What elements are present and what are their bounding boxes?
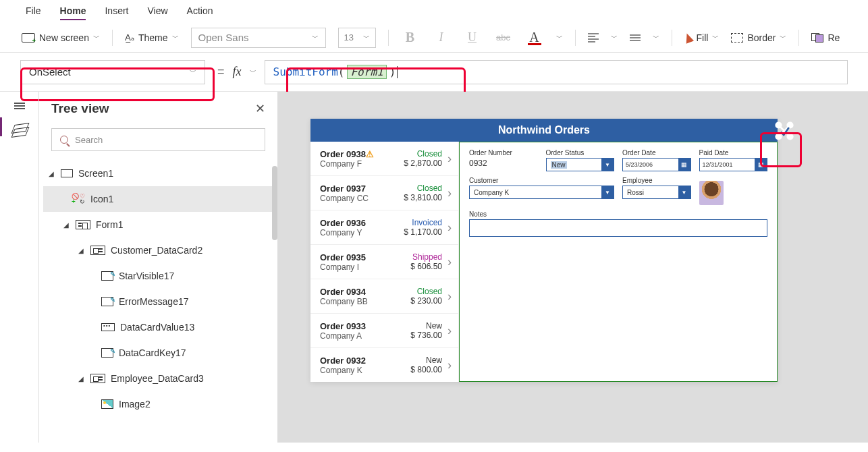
chevron-down-icon[interactable]: ﹀ [653,33,659,43]
form-icon [76,220,90,229]
fill-icon [682,32,693,43]
chevron-down-icon[interactable]: ﹀ [556,33,563,43]
tree-view-title: Tree view [51,101,109,116]
datacard-icon [90,374,105,383]
tree-item-screen1[interactable]: ◢Screen1 [43,161,273,186]
gallery-item[interactable]: Order 0938⚠Company FClosed$ 2,870.00› [310,142,458,176]
field-order-status[interactable]: Order StatusNew▼ [546,149,615,171]
formula-input[interactable]: SubmitForm( Form1 ) [265,60,848,84]
property-dropdown[interactable]: OnSelect ﹀ [20,60,205,84]
fx-icon[interactable]: fx [233,65,242,79]
field-notes[interactable]: Notes [469,210,767,237]
theme-button[interactable]: A̲ₐ Theme ﹀ [125,32,179,43]
font-size-select[interactable]: 13 ﹀ [338,28,376,48]
separator [388,30,389,46]
text-icon [101,271,113,281]
tree-item-datacardkey[interactable]: DataCardKey17 [43,340,273,366]
font-select[interactable]: Open Sans ﹀ [191,28,326,48]
chevron-down-icon: ▼ [601,186,614,198]
datacard-icon [90,246,105,255]
menu-bar: File Home Insert View Action [0,0,868,23]
tree-item-errormsg[interactable]: ErrorMessage17 [43,289,273,314]
font-color-button[interactable]: A [525,30,544,45]
chevron-down-icon: ﹀ [780,33,786,43]
screen-icon [22,33,35,43]
menu-file[interactable]: File [26,5,41,20]
tree-item-starvisible[interactable]: StarVisible17 [43,263,273,289]
separator [672,30,672,46]
property-name: OnSelect [29,66,71,78]
left-rail [0,92,39,443]
valign-button[interactable] [630,33,641,43]
order-form: Order Number0932 Order StatusNew▼ Order … [459,142,778,382]
gallery-item[interactable]: Order 0937Company CCClosed$ 3,810.00› [310,176,458,210]
text-icon [101,297,113,306]
field-customer[interactable]: CustomerCompany K▼ [469,177,614,205]
tree-item-form1[interactable]: ◢Form1 [43,212,273,237]
menu-insert[interactable]: Insert [105,5,128,20]
equals-sign: = [217,65,225,79]
tree-view-icon[interactable] [13,124,26,135]
hamburger-icon[interactable] [14,101,25,111]
tree-item-image2[interactable]: Image2 [43,391,273,417]
chevron-down-icon[interactable]: ﹀ [250,67,256,77]
gallery-item[interactable]: Order 0934Company BBClosed$ 230.00› [310,279,458,314]
orders-gallery[interactable]: Order 0938⚠Company FClosed$ 2,870.00›Ord… [310,142,459,382]
field-order-date[interactable]: Order Date5/23/2006▦ [622,149,691,171]
fill-label: Fill [697,32,709,43]
chevron-right-icon: › [447,152,452,166]
strikethrough-button[interactable]: abc [494,32,513,43]
gallery-item[interactable]: Order 0932Company KNew$ 800.00› [310,348,458,382]
chevron-down-icon[interactable]: ﹀ [611,33,618,43]
new-screen-button[interactable]: New screen ﹀ [22,32,100,43]
formula-arg: Form1 [347,65,386,79]
menu-home[interactable]: Home [60,5,86,20]
new-screen-label: New screen [39,32,89,43]
font-size: 13 [344,32,354,43]
chevron-down-icon: ﹀ [712,33,719,43]
menu-action[interactable]: Action [187,5,213,20]
save-check-icon[interactable] [771,117,798,144]
align-button[interactable] [588,32,599,44]
close-icon[interactable]: ✕ [255,101,265,116]
chevron-down-icon: ▼ [601,159,614,171]
search-placeholder: Search [75,135,103,145]
tree-list: ◢Screen1 ♡+↻Icon1 ◢Form1 ◢Customer_DataC… [39,161,277,417]
italic-button[interactable]: I [432,30,451,45]
border-button[interactable]: Border ﹀ [731,32,786,43]
separator [112,30,113,46]
separator [798,30,799,46]
field-employee[interactable]: EmployeeRossi▼ [622,177,691,205]
separator [575,30,576,46]
chevron-down-icon: ﹀ [172,33,179,43]
employee-avatar [699,177,768,205]
calendar-icon: ▦ [755,159,767,171]
underline-button[interactable]: U [463,30,482,45]
menu-view[interactable]: View [147,5,167,20]
chevron-right-icon: › [447,255,452,269]
chevron-down-icon: ﹀ [312,33,319,43]
field-paid-date[interactable]: Paid Date12/31/2001▦ [699,149,768,171]
reorder-label: Re [828,32,840,43]
gallery-item[interactable]: Order 0936Company YInvoiced$ 1,170.00› [310,210,458,245]
chevron-right-icon: › [447,221,452,235]
theme-icon: A̲ₐ [125,32,134,43]
tree-item-datacardvalue[interactable]: DataCardValue13 [43,314,273,340]
reorder-icon [811,33,823,43]
fill-button[interactable]: Fill ﹀ [684,32,720,43]
theme-label: Theme [138,32,168,43]
gallery-item[interactable]: Order 0933Company ANew$ 736.00› [310,314,458,348]
bold-button[interactable]: B [401,30,420,45]
formula-bar: OnSelect ﹀ = fx ﹀ SubmitForm( Form1 ) [0,53,868,92]
tree-item-customer-card[interactable]: ◢Customer_DataCard2 [43,237,273,263]
chevron-right-icon: › [447,358,452,372]
chevron-down-icon: ﹀ [363,33,370,43]
gallery-item[interactable]: Order 0935Company IShipped$ 606.50› [310,245,458,279]
scrollbar[interactable] [272,166,277,240]
tree-search-input[interactable]: Search [51,128,265,151]
app-preview: Northwind Orders Order 0938⚠Company FClo… [310,119,778,382]
tree-item-employee-card[interactable]: ◢Employee_DataCard3 [43,366,273,391]
tree-item-icon1[interactable]: ♡+↻Icon1 [43,186,273,212]
main-area: Tree view ✕ Search ◢Screen1 ♡+↻Icon1 ◢Fo… [0,92,868,443]
reorder-button[interactable]: Re [811,32,840,43]
